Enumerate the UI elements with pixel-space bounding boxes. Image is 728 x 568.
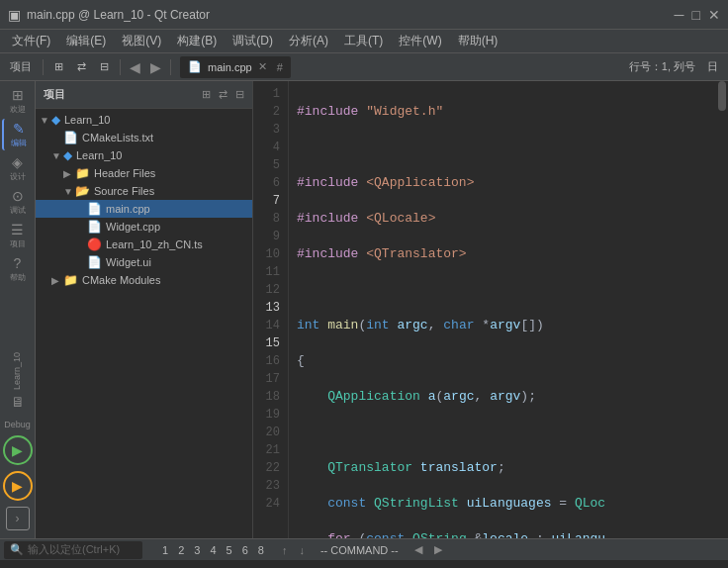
line-col-indicator: 行号：1, 列号 <box>629 59 695 74</box>
sidebar-item-debug[interactable]: ⊙ 调试 <box>2 186 34 218</box>
line-numbers: 1 2 3 4 5 6 7 8 9 10 11 12 13 14 15 16 1… <box>253 81 289 538</box>
code-line-9: QApplication a(argc, argv); <box>297 388 708 406</box>
toolbar-project-btn[interactable]: 项目 <box>4 57 38 76</box>
close-button[interactable]: ✕ <box>708 7 720 23</box>
maximize-button[interactable]: □ <box>692 7 700 23</box>
filter-icon[interactable]: ⊞ <box>202 88 211 101</box>
menu-tools[interactable]: 工具(T) <box>336 31 391 51</box>
menu-edit[interactable]: 编辑(E) <box>58 31 114 51</box>
command-indicator: -- COMMAND -- <box>320 544 399 556</box>
tree-node-cmake-modules[interactable]: ▶ 📁 CMake Modules <box>36 271 252 289</box>
col-2: 2 <box>174 544 188 556</box>
col-4: 4 <box>206 544 220 556</box>
code-editor[interactable]: 1 2 3 4 5 6 7 8 9 10 11 12 13 14 15 16 1… <box>253 81 728 538</box>
code-line-2 <box>297 139 708 156</box>
debug-run-button[interactable]: ▶ <box>3 471 33 501</box>
tree-node-headers[interactable]: ▶ 📁 Header Files <box>36 164 252 182</box>
minimize-button[interactable]: ─ <box>675 7 684 23</box>
menu-build[interactable]: 构建(B) <box>169 31 225 51</box>
nav-down-icon[interactable]: ↓ <box>299 544 305 556</box>
sidebar-item-project[interactable]: ☰ 项目 <box>2 220 34 251</box>
tree-arrow: ▼ <box>40 115 51 126</box>
status-icon-left[interactable]: ◀ <box>414 543 422 556</box>
toolbar-filter-btn[interactable]: ⊞ <box>48 58 69 75</box>
project-icon: ☰ <box>11 222 24 237</box>
search-placeholder-text: 输入以定位(Ctrl+K) <box>28 542 120 557</box>
nav-forward-arrow[interactable]: ▶ <box>146 59 165 75</box>
file-tree-header: 项目 ⊞ ⇄ ⊟ <box>36 81 252 109</box>
code-line-7: int main(int argc, char *argv[]) <box>297 317 708 334</box>
tree-node-root[interactable]: ▼ ◆ Learn_10 <box>36 111 252 129</box>
col-1: 1 <box>158 544 172 556</box>
run-button[interactable]: ▶ <box>3 435 33 465</box>
tree-node-ts[interactable]: 🔴 Learn_10_zh_CN.ts <box>36 236 252 253</box>
tree-node-ui[interactable]: 📄 Widget.ui <box>36 253 252 271</box>
tree-node-cmake[interactable]: 📄 CMakeLists.txt <box>36 129 252 146</box>
editor-area: 1 2 3 4 5 6 7 8 9 10 11 12 13 14 15 16 1… <box>253 81 728 538</box>
search-icon: 🔍 <box>10 543 24 556</box>
toolbar-right-btn[interactable]: 日 <box>701 57 724 76</box>
code-line-13: for (const QString &locale : uiLangu <box>297 530 708 538</box>
sidebar-item-welcome[interactable]: ⊞ 欢迎 <box>2 85 34 117</box>
col-8: 8 <box>254 544 268 556</box>
scrollbar-thumb[interactable] <box>718 81 726 111</box>
code-line-11: QTranslator translator; <box>297 459 708 477</box>
toolbar-tab-close[interactable]: ✕ <box>258 60 267 73</box>
sidebar-item-help[interactable]: ? 帮助 <box>2 253 34 285</box>
design-icon: ◈ <box>12 154 23 170</box>
welcome-icon: ⊞ <box>12 87 24 103</box>
window-controls: ─ □ ✕ <box>675 7 720 23</box>
code-line-6 <box>297 281 708 299</box>
col-6: 6 <box>238 544 252 556</box>
tree-node-widgetcpp[interactable]: 📄 Widget.cpp <box>36 218 252 236</box>
menubar: 文件(F) 编辑(E) 视图(V) 构建(B) 调试(D) 分析(A) 工具(T… <box>0 30 728 53</box>
nav-up-icon[interactable]: ↑ <box>282 544 288 556</box>
sidebar-item-design[interactable]: ◈ 设计 <box>2 152 34 184</box>
app-icon: ▣ <box>8 7 21 23</box>
statusbar: 🔍 输入以定位(Ctrl+K) 1 2 3 4 5 6 8 ↑ ↓ -- COM… <box>0 538 728 560</box>
file-tree-title: 项目 <box>44 87 65 102</box>
project-label-bottom: Learn_10 <box>11 350 25 392</box>
toolbar-tab-filename: main.cpp <box>208 61 252 73</box>
toolbar-sync-btn[interactable]: ⇄ <box>71 58 92 75</box>
code-line-8: { <box>297 352 708 370</box>
console-button[interactable]: › <box>6 507 30 530</box>
code-line-10 <box>297 424 708 441</box>
toolbar-collapse-btn[interactable]: ⊟ <box>94 58 115 75</box>
code-content[interactable]: #include "Widget.h" #include <QApplicati… <box>289 81 716 538</box>
sidebar: ⊞ 欢迎 ✎ 编辑 ◈ 设计 ⊙ 调试 ☰ 项目 ? 帮助 Learn_10 🖥… <box>0 81 36 538</box>
debug-label: Debug <box>4 420 31 429</box>
tree-node-learn10[interactable]: ▼ ◆ Learn_10 <box>36 146 252 164</box>
file-tree-content: ▼ ◆ Learn_10 📄 CMakeLists.txt ▼ ◆ Learn_… <box>36 109 252 538</box>
menu-help[interactable]: 帮助(H) <box>450 31 506 51</box>
code-line-5: #include <QTranslator> <box>297 245 708 263</box>
nav-back-arrow[interactable]: ◀ <box>126 59 144 75</box>
menu-analyze[interactable]: 分析(A) <box>281 31 336 51</box>
menu-file[interactable]: 文件(F) <box>4 31 58 51</box>
menu-view[interactable]: 视图(V) <box>114 31 169 51</box>
col-3: 3 <box>190 544 204 556</box>
code-line-3: #include <QApplication> <box>297 174 708 192</box>
menu-debug[interactable]: 调试(D) <box>225 31 281 51</box>
tree-node-sources[interactable]: ▼ 📂 Source Files <box>36 182 252 200</box>
column-numbers: 1 2 3 4 5 6 8 <box>158 544 268 556</box>
monitor-icon: 🖥 <box>11 394 25 410</box>
main-area: ⊞ 欢迎 ✎ 编辑 ◈ 设计 ⊙ 调试 ☰ 项目 ? 帮助 Learn_10 🖥… <box>0 81 728 538</box>
sidebar-item-edit[interactable]: ✎ 编辑 <box>2 119 34 150</box>
sync-icon[interactable]: ⇄ <box>219 88 228 101</box>
vertical-scrollbar[interactable] <box>716 81 728 538</box>
debug-icon: ⊙ <box>12 188 24 204</box>
col-5: 5 <box>223 544 236 556</box>
tab-file-icon: 📄 <box>188 60 202 73</box>
menu-widgets[interactable]: 控件(W) <box>391 31 449 51</box>
search-container[interactable]: 🔍 输入以定位(Ctrl+K) <box>4 541 142 559</box>
toolbar-sep3 <box>170 59 171 75</box>
status-icon-right[interactable]: ▶ <box>434 543 442 556</box>
help-icon: ? <box>14 255 22 271</box>
tree-node-maincpp[interactable]: 📄 main.cpp <box>36 200 252 218</box>
toolbar-separator <box>43 59 44 75</box>
code-line-1: #include "Widget.h" <box>297 103 708 121</box>
collapse-icon[interactable]: ⊟ <box>235 88 244 101</box>
toolbar-hash: # <box>277 61 283 73</box>
file-tree-panel: 项目 ⊞ ⇄ ⊟ ▼ ◆ Learn_10 📄 CMakeLists.txt ▼… <box>36 81 253 538</box>
